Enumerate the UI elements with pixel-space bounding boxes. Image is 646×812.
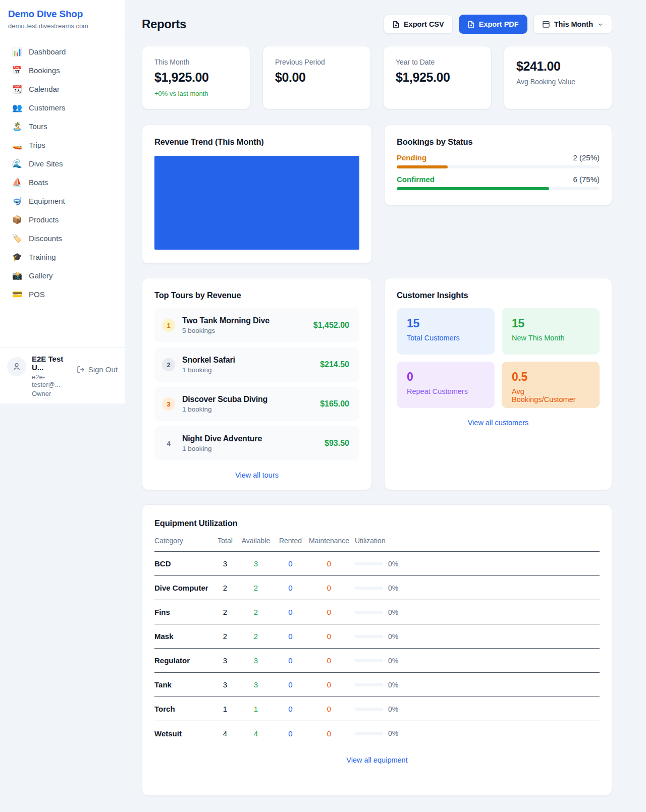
export-csv-button[interactable]: Export CSV	[384, 15, 453, 34]
equipment-row-mask: Mask22000%	[154, 624, 600, 649]
insight-label: Avg Bookings/Customer	[512, 387, 589, 403]
equipment-utilization-card: Equipment Utilization CategoryTotalAvail…	[142, 504, 612, 796]
page-title: Reports	[142, 17, 186, 31]
equipment-row-torch: Torch11000%	[154, 697, 600, 721]
cell-available: 3	[238, 559, 274, 568]
insight-label: Repeat Customers	[407, 387, 484, 395]
stat-card-3: $241.00Avg Booking Value	[504, 46, 612, 109]
sidebar-item-training[interactable]: 🎓Training	[6, 248, 119, 266]
stat-card-1: Previous Period$0.00	[262, 46, 371, 109]
logout-icon	[77, 366, 85, 374]
equipment-row-fins: Fins22000%	[154, 600, 600, 624]
bookings-by-status-title: Bookings by Status	[397, 137, 600, 147]
package-icon: 📦	[12, 216, 22, 224]
cell-maintenance: 0	[307, 608, 351, 616]
grad-cap-icon: 🎓	[12, 253, 22, 261]
chevron-down-icon	[597, 21, 604, 28]
tour-name: Night Dive Adventure	[182, 434, 317, 443]
cell-maintenance: 0	[307, 729, 351, 738]
user-name: E2E Test U...	[32, 355, 71, 372]
sidebar-item-label: Bookings	[29, 66, 60, 75]
sidebar-item-dive-sites[interactable]: 🌊Dive Sites	[6, 154, 119, 173]
view-all-equipment-link[interactable]: View all equipment	[154, 756, 600, 764]
avatar	[7, 357, 26, 376]
customer-insights-title: Customer Insights	[397, 291, 600, 300]
cell-utilization: 0%	[351, 632, 600, 641]
speedboat-icon: 🚤	[12, 141, 22, 149]
sidebar-item-label: Dashboard	[29, 47, 66, 56]
sidebar: Demo Dive Shop demo.test.divestreams.com…	[0, 0, 125, 403]
cell-total: 2	[212, 584, 238, 592]
sidebar-item-dashboard[interactable]: 📊Dashboard	[6, 42, 119, 61]
sidebar-header: Demo Dive Shop demo.test.divestreams.com	[0, 0, 125, 37]
insight-tiles: 15Total Customers15New This Month0Repeat…	[397, 308, 600, 408]
cell-available: 4	[238, 729, 274, 738]
utilization-bar	[355, 587, 383, 590]
credit-card-icon: 💳	[12, 291, 22, 299]
sidebar-item-equipment[interactable]: 🤿Equipment	[6, 192, 119, 210]
sidebar-item-tours[interactable]: 🏝️Tours	[6, 117, 119, 136]
status-label: Pending	[397, 153, 426, 162]
equipment-title: Equipment Utilization	[154, 518, 600, 528]
sidebar-item-label: Customers	[29, 103, 66, 112]
tour-rows: 1Two Tank Morning Dive5 bookings$1,452.0…	[154, 308, 359, 460]
shop-subdomain: demo.test.divestreams.com	[8, 22, 117, 30]
sidebar-item-products[interactable]: 📦Products	[6, 210, 119, 229]
sidebar-item-calendar[interactable]: 📆Calendar	[6, 80, 119, 98]
tour-info: Two Tank Morning Dive5 bookings	[182, 316, 306, 334]
status-progress-fill	[397, 165, 448, 168]
cell-available: 2	[238, 608, 274, 616]
status-count: 2 (25%)	[573, 153, 600, 162]
island-icon: 🏝️	[12, 123, 22, 131]
sidebar-item-gallery[interactable]: 📸Gallery	[6, 266, 119, 285]
sidebar-item-pos[interactable]: 💳POS	[6, 285, 119, 304]
cell-category: Mask	[154, 632, 212, 641]
utilization-text: 0%	[388, 584, 398, 592]
sailboat-icon: ⛵	[12, 179, 22, 187]
period-dropdown[interactable]: This Month	[533, 15, 612, 34]
insight-label: Total Customers	[407, 334, 484, 342]
bookings-by-status-card: Bookings by Status Pending2 (25%)Confirm…	[384, 125, 612, 206]
dive-mask-icon: 🤿	[12, 197, 22, 205]
cell-category: Torch	[154, 705, 212, 713]
sidebar-item-label: Tours	[29, 122, 47, 131]
cell-category: Regulator	[154, 656, 212, 665]
people-icon: 👥	[12, 104, 22, 112]
user-role: Owner	[32, 390, 71, 397]
stat-cards: This Month$1,925.00+0% vs last monthPrev…	[142, 46, 612, 109]
tour-bookings: 1 booking	[182, 445, 317, 452]
cell-available: 3	[238, 680, 274, 689]
cell-category: Tank	[154, 680, 212, 689]
tag-icon: 🏷️	[12, 235, 22, 243]
sidebar-item-bookings[interactable]: 📅Bookings	[6, 61, 119, 80]
file-download-icon	[467, 21, 475, 28]
stat-label: This Month	[154, 58, 238, 66]
cell-total: 4	[212, 729, 238, 738]
export-pdf-button[interactable]: Export PDF	[459, 15, 527, 34]
sidebar-item-label: Training	[29, 253, 56, 261]
view-all-tours-link[interactable]: View all tours	[154, 471, 359, 479]
cell-available: 3	[238, 656, 274, 665]
top-tours-title: Top Tours by Revenue	[154, 291, 359, 300]
equipment-row-bcd: BCD33000%	[154, 552, 600, 576]
stat-value: $1,925.00	[396, 70, 479, 85]
sidebar-item-customers[interactable]: 👥Customers	[6, 98, 119, 117]
utilization-text: 0%	[388, 657, 398, 665]
export-pdf-label: Export PDF	[479, 20, 519, 28]
cell-maintenance: 0	[307, 632, 351, 641]
cell-rented: 0	[274, 584, 307, 592]
sidebar-item-trips[interactable]: 🚤Trips	[6, 136, 119, 154]
sidebar-item-discounts[interactable]: 🏷️Discounts	[6, 229, 119, 248]
cell-category: BCD	[154, 559, 212, 568]
utilization-bar	[355, 708, 383, 711]
utilization-bar	[355, 562, 383, 565]
insight-tile-purple: 0Repeat Customers	[397, 362, 495, 408]
charts-row: Revenue Trend (This Month) Bookings by S…	[142, 125, 612, 264]
sidebar-item-boats[interactable]: ⛵Boats	[6, 173, 119, 192]
tour-name: Discover Scuba Diving	[182, 395, 313, 404]
wave-icon: 🌊	[12, 160, 22, 168]
view-all-customers-link[interactable]: View all customers	[397, 419, 600, 427]
sign-out-button[interactable]: Sign Out	[77, 365, 118, 374]
utilization-bar	[355, 611, 383, 614]
insight-label: New This Month	[512, 334, 589, 342]
